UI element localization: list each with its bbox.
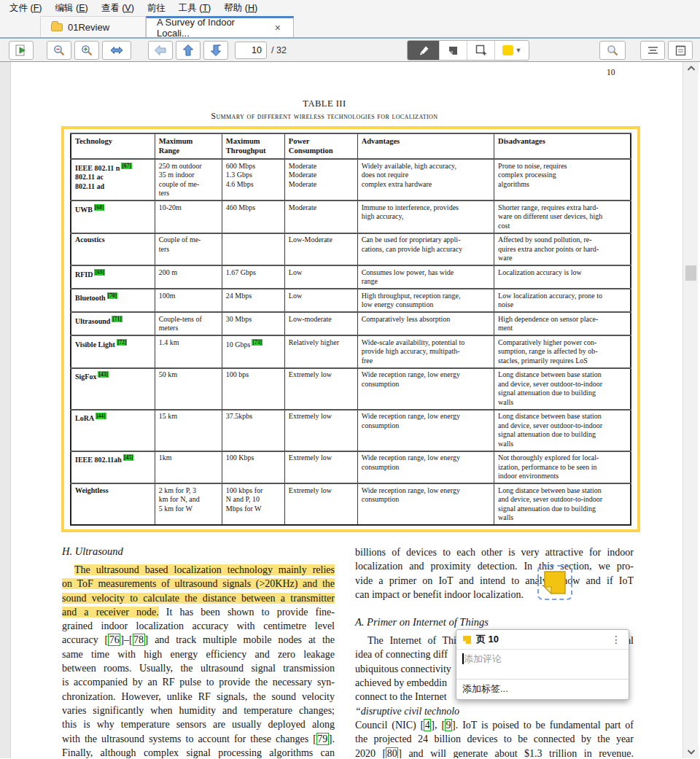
page-up-button[interactable] [176, 41, 201, 60]
citation-link[interactable]: 78 [133, 634, 145, 646]
text-line: grained indoor localization accuracy wit… [62, 619, 335, 633]
citation-link[interactable]: [69] [94, 269, 105, 276]
tab-close-icon[interactable]: × [273, 22, 283, 34]
sticky-note-annotation[interactable] [537, 565, 572, 600]
search-button[interactable] [599, 41, 626, 60]
section-heading-ultrasound: H. Ultrasound [62, 545, 335, 558]
cell-advantages: Wide-scale availability, potential to pr… [357, 335, 494, 368]
text-line: “disruptive civil technolo [355, 704, 634, 718]
cell-technology: Visible Light[72] [71, 335, 155, 368]
cell-disadvantages: High dependence on sensor place- ment [494, 312, 631, 335]
toggle-sidebar-button[interactable] [9, 41, 34, 60]
citation-link[interactable]: [70] [107, 292, 118, 299]
menu-file[interactable]: 文件 (F) [3, 1, 48, 16]
citation-link[interactable]: [44] [96, 413, 106, 419]
zoom-out-button[interactable] [47, 41, 71, 60]
table-row: Bluetooth[70]100m24 MbpsLowHigh throughp… [71, 289, 631, 312]
document-canvas: 10 TABLE III Summary of different wirele… [0, 62, 700, 758]
menu-view[interactable]: 查看 (V) [95, 1, 141, 16]
citation-link[interactable]: 80 [386, 747, 398, 758]
citation-link[interactable]: [73] [252, 339, 262, 346]
toc-list-button[interactable] [640, 41, 665, 60]
annotation-toolbar: ▼ [407, 40, 529, 61]
annotation-color-button[interactable]: ▼ [495, 41, 529, 60]
section-heading-iot-primer: A. Primer on Internet of Things [355, 616, 634, 628]
note-popup-icon [462, 635, 472, 645]
cell-disadvantages: Localization accuracy is low [494, 265, 631, 289]
sticky-note-icon [542, 569, 568, 596]
citation-link[interactable]: 79 [316, 733, 329, 745]
menu-tools[interactable]: 工具 (T) [172, 1, 217, 16]
fit-width-icon [110, 44, 123, 56]
tab-survey-pdf[interactable]: A Survey of Indoor Locali... × [146, 16, 294, 37]
text-line: Council (NIC) [4], [9]. IoT is poised to… [355, 718, 634, 732]
zoom-out-icon [53, 44, 66, 57]
zoom-in-button[interactable] [74, 41, 99, 60]
cell-technology: SigFox[43] [71, 368, 155, 410]
cell-disadvantages: Shorter range, requires extra hard- ware… [494, 201, 631, 233]
comment-input[interactable]: 添加评论 [456, 650, 629, 679]
citation-link[interactable]: [67] [121, 163, 132, 169]
sticky-note-tool-button[interactable] [440, 41, 467, 60]
page-down-button[interactable] [203, 41, 228, 60]
summary-table: TechnologyMaximum RangeMaximum Throughpu… [70, 133, 631, 526]
citation-link[interactable]: [45] [123, 454, 134, 461]
column-header: Power Consumption [284, 133, 357, 159]
text-line: The ultrasound based localization techno… [62, 563, 335, 577]
citation-link[interactable]: [71] [112, 316, 122, 322]
cell-advantages: Immune to interference, provides high ac… [357, 201, 494, 233]
left-column: H. Ultrasound The ultrasound based local… [62, 545, 335, 758]
search-icon [607, 44, 619, 57]
cell-disadvantages: Long distance between base station and d… [494, 410, 631, 451]
cell-advantages: Consumes low power, has wide range [357, 265, 494, 289]
menu-edit[interactable]: 编辑 (E) [48, 1, 94, 16]
list-lines-icon [648, 46, 658, 55]
page-number-input[interactable] [235, 42, 267, 59]
table-row: RFID[69]200 m1.67 GbpsLowConsumes low po… [71, 265, 631, 289]
text-line: this is why temperature sensors are usua… [62, 717, 335, 731]
down-arrow-icon [210, 44, 222, 57]
app-window: 文件 (F)编辑 (E)查看 (V)前往 工具 (T)帮助 (H) 01Revi… [0, 0, 700, 758]
annotations-list-button[interactable] [668, 41, 693, 60]
table-row: SigFox[43]50 km100 bpsExtremely lowWide … [71, 368, 631, 410]
cell-throughput: 460 Mbps [222, 201, 284, 233]
scrollbar-thumb[interactable] [685, 265, 696, 281]
cell-range: 250 m outdoor 35 m indoor couple of me- … [155, 159, 222, 201]
table-row: UWB[68]10-20m460 MbpsModerateImmune to i… [71, 201, 631, 233]
cell-advantages: Comparatively less absorption [357, 312, 494, 335]
cell-power: Extremely low [284, 368, 357, 410]
fit-width-button[interactable] [102, 41, 131, 60]
scroll-down-button[interactable] [683, 746, 699, 758]
citation-link[interactable]: 76 [108, 634, 120, 646]
tab-01review[interactable]: 01Review [40, 16, 146, 37]
tab-label: 01Review [68, 22, 109, 33]
scroll-up-button[interactable] [683, 62, 699, 74]
citation-link[interactable]: 4 [424, 719, 431, 731]
cell-power: Low-Moderate [284, 233, 357, 266]
highlight-tool-button[interactable] [408, 41, 440, 60]
cell-range: 50 km [155, 368, 222, 410]
menu-goto[interactable]: 前往 [141, 1, 172, 16]
text-line: sound velocity to calculate the distance… [62, 591, 335, 605]
vertical-scrollbar[interactable] [682, 62, 698, 758]
citation-link[interactable]: [43] [98, 371, 109, 378]
text-line: is accompanied by an RF pulse to provide… [62, 675, 335, 689]
menu-help[interactable]: 帮助 (H) [217, 1, 264, 16]
cell-technology: Acoustics [71, 233, 155, 266]
note-popup-header: 页 10 ⋮ [456, 630, 629, 650]
cell-power: Low [284, 265, 357, 289]
citation-link[interactable]: 9 [445, 719, 452, 731]
table-header-row: TechnologyMaximum RangeMaximum Throughpu… [71, 133, 631, 159]
comment-placeholder: 添加评论 [462, 653, 623, 666]
citation-link[interactable]: [72] [117, 339, 128, 346]
cell-power: Moderate Moderate Moderate [284, 159, 357, 201]
table-caption-number: TABLE III [11, 98, 638, 109]
cell-disadvantages: Long distance between base station and d… [494, 483, 631, 525]
back-button[interactable] [148, 41, 173, 60]
yellow-annotation-rect[interactable]: TechnologyMaximum RangeMaximum Throughpu… [61, 126, 640, 532]
kebab-menu-icon[interactable]: ⋮ [610, 634, 623, 645]
add-tag-button[interactable]: 添加标签... [456, 679, 629, 699]
cell-range: Couple of me- ters [155, 233, 222, 266]
citation-link[interactable]: [68] [94, 204, 105, 211]
rect-annotation-tool-button[interactable] [467, 41, 495, 60]
